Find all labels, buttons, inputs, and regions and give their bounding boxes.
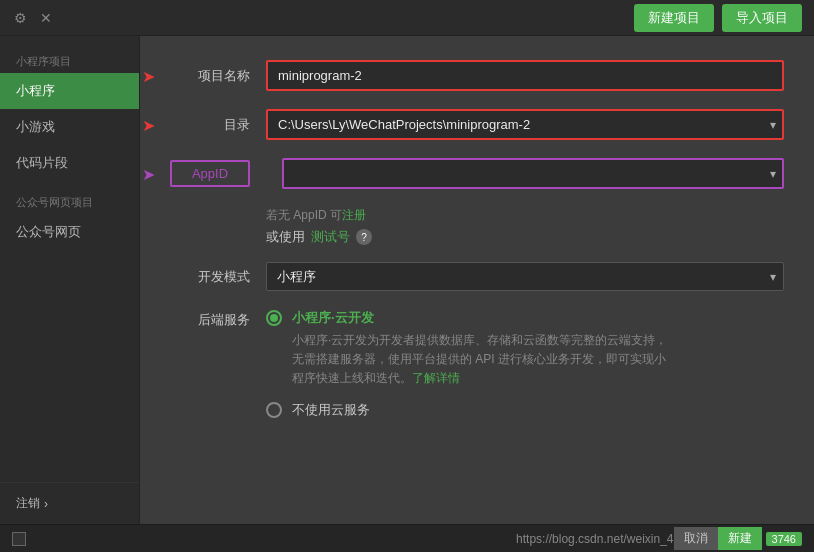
signout-arrow: › — [44, 497, 48, 511]
status-checkbox[interactable] — [12, 532, 26, 546]
new-project-button[interactable]: 新建项目 — [634, 4, 714, 32]
radio-cloud-title: 小程序·云开发 — [292, 309, 672, 327]
new-button[interactable]: 新建 — [718, 527, 762, 550]
project-name-input[interactable] — [266, 60, 784, 91]
project-name-label: 项目名称 — [170, 67, 250, 85]
main-layout: 小程序项目 小程序 小游戏 代码片段 公众号网页项目 公众号网页 注销 › ➤ … — [0, 36, 814, 524]
backend-row: 后端服务 小程序·云开发 小程序·云开发为开发者提供数据库、存储和云函数等完整的… — [170, 309, 784, 431]
appid-hint2-row: 或使用 测试号 ? — [266, 228, 784, 246]
radio-cloud-desc: 小程序·云开发为开发者提供数据库、存储和云函数等完整的云端支持，无需搭建服务器，… — [292, 331, 672, 389]
status-left — [12, 532, 26, 546]
content-area: ➤ 项目名称 ➤ 目录 ▾ ➤ AppID ▾ — [140, 36, 814, 524]
appid-wrap: ▾ — [282, 158, 784, 189]
import-project-button[interactable]: 导入项目 — [722, 4, 802, 32]
status-count: 3746 — [766, 532, 802, 546]
appid-arrow: ➤ — [142, 164, 155, 183]
appid-row: ➤ AppID ▾ — [170, 158, 784, 189]
status-bar: https://blog.csdn.net/weixin_4 取消 新建 374… — [0, 524, 814, 552]
backend-label: 后端服务 — [170, 311, 250, 329]
status-right: https://blog.csdn.net/weixin_4 取消 新建 374… — [516, 527, 802, 550]
signout-link[interactable]: 注销 — [16, 495, 40, 512]
project-name-row: ➤ 项目名称 — [170, 60, 784, 91]
close-icon[interactable]: ✕ — [38, 10, 54, 26]
sidebar-section-official: 公众号网页项目 — [0, 181, 139, 214]
title-bar-icons: ⚙ ✕ — [12, 10, 54, 26]
directory-label: 目录 — [170, 116, 250, 134]
help-icon[interactable]: ? — [356, 229, 372, 245]
radio-no-cloud-label-wrap: 不使用云服务 — [292, 401, 370, 419]
appid-input[interactable] — [282, 158, 784, 189]
settings-icon[interactable]: ⚙ — [12, 10, 28, 26]
sidebar-item-miniprogram[interactable]: 小程序 — [0, 73, 139, 109]
project-name-arrow: ➤ — [142, 66, 155, 85]
register-link[interactable]: 注册 — [342, 208, 366, 222]
sidebar-item-minigame[interactable]: 小游戏 — [0, 109, 139, 145]
dev-mode-label: 开发模式 — [170, 268, 250, 286]
appid-hint1: 若无 AppID 可注册 — [266, 207, 784, 224]
dev-mode-row: 开发模式 ▾ — [170, 262, 784, 291]
radio-cloud-circle[interactable] — [266, 310, 282, 326]
dev-mode-select-wrap: ▾ — [266, 262, 784, 291]
sidebar-item-official[interactable]: 公众号网页 — [0, 214, 139, 250]
radio-group: 小程序·云开发 小程序·云开发为开发者提供数据库、存储和云函数等完整的云端支持，… — [266, 309, 672, 431]
directory-select-wrap: ▾ — [266, 109, 784, 140]
radio-option-no-cloud: 不使用云服务 — [266, 401, 672, 419]
radio-no-cloud-circle[interactable] — [266, 402, 282, 418]
radio-cloud-label-wrap: 小程序·云开发 小程序·云开发为开发者提供数据库、存储和云函数等完整的云端支持，… — [292, 309, 672, 389]
radio-option-cloud: 小程序·云开发 小程序·云开发为开发者提供数据库、存储和云函数等完整的云端支持，… — [266, 309, 672, 389]
sidebar-section-miniprogram: 小程序项目 — [0, 46, 139, 73]
sidebar-item-snippet[interactable]: 代码片段 — [0, 145, 139, 181]
cancel-button[interactable]: 取消 — [674, 527, 718, 550]
appid-label: AppID — [170, 160, 250, 187]
test-account-link[interactable]: 测试号 — [311, 228, 350, 246]
directory-input[interactable] — [266, 109, 784, 140]
learn-more-link[interactable]: 了解详情 — [412, 371, 460, 385]
sidebar: 小程序项目 小程序 小游戏 代码片段 公众号网页项目 公众号网页 注销 › — [0, 36, 140, 524]
sidebar-bottom: 注销 › — [0, 482, 139, 524]
directory-arrow: ➤ — [142, 115, 155, 134]
app-container: ⚙ ✕ 新建项目 导入项目 小程序项目 小程序 小游戏 代码片段 公众号网页项目… — [0, 0, 814, 552]
radio-no-cloud-title: 不使用云服务 — [292, 401, 370, 419]
directory-row: ➤ 目录 ▾ — [170, 109, 784, 140]
dev-mode-input[interactable] — [266, 262, 784, 291]
title-bar: ⚙ ✕ 新建项目 导入项目 — [0, 0, 814, 36]
title-bar-right: 新建项目 导入项目 — [634, 4, 802, 32]
status-url: https://blog.csdn.net/weixin_4 — [516, 532, 673, 546]
